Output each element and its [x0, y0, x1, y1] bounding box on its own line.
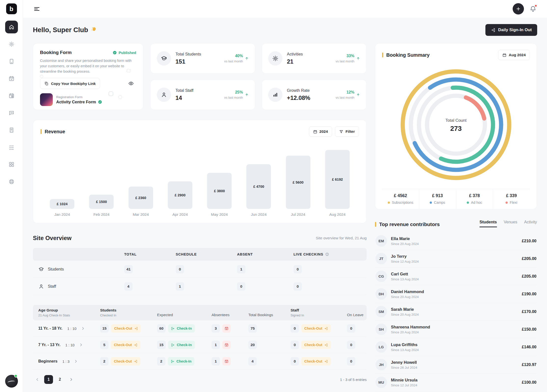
avatar: MU: [375, 377, 387, 388]
check-out-button[interactable]: Check-Out: [111, 324, 141, 333]
top-revenue-contributors-section: Top revenue contributors Students Venues…: [375, 220, 537, 391]
registration-form-row[interactable]: Registration Form Activity Centre Form: [40, 93, 136, 106]
logout-arrow-icon: [324, 327, 328, 330]
stat-delta-note: vs last month: [224, 96, 243, 99]
page-header: Hello, Super Club Daily Sign-In Out: [33, 24, 537, 36]
period-select-button[interactable]: Aug 2024: [498, 50, 530, 60]
check-out-button[interactable]: Check-Out: [111, 341, 140, 349]
age-group-label: 7 Yr. - 13 Yr.: [38, 343, 60, 347]
list-item[interactable]: EM Ella MarieSince 20 Aug 2024 £210.00: [375, 232, 537, 250]
sidebar-item-settings[interactable]: [5, 38, 18, 51]
pagination: 1 2 1 - 3 of 5 entries: [33, 375, 367, 384]
avatar-initials: CG: [378, 274, 384, 278]
column-header-total: TOTAL: [124, 252, 176, 256]
sidebar-item-schedule[interactable]: [5, 89, 18, 102]
check-in-label: Check-In: [176, 359, 191, 363]
row-label: Staff: [48, 284, 56, 289]
bar-month-label: Jan 2024: [54, 212, 70, 218]
login-arrow-icon: [171, 327, 175, 330]
value-chip: 15: [100, 324, 109, 333]
info-icon[interactable]: [325, 252, 329, 256]
user-avatar[interactable]: [5, 375, 18, 388]
pagination-page-2[interactable]: 2: [55, 375, 64, 384]
pagination-prev-button[interactable]: [33, 375, 42, 384]
top-cards-row: Booking Form Published Customise and sha…: [33, 43, 367, 110]
column-header-absent: ABSENT: [237, 252, 294, 256]
absent-calendar-button[interactable]: [222, 324, 231, 333]
published-badge: Published: [113, 51, 136, 55]
check-out-button[interactable]: Check-Out: [301, 324, 331, 333]
filter-button[interactable]: Filter: [335, 126, 359, 137]
sidebar-item-invoices[interactable]: [5, 124, 18, 136]
sidebar-item-apps[interactable]: [5, 158, 18, 171]
sidebar-item-bookings[interactable]: [5, 72, 18, 85]
year-select-button[interactable]: 2024: [309, 126, 332, 137]
legend-dot: [467, 202, 469, 204]
contributor-amount: £120.97: [522, 362, 536, 367]
revenue-bar[interactable]: £ 6192: [325, 150, 350, 209]
absent-calendar-button[interactable]: [222, 357, 231, 365]
tab-activity[interactable]: Activity: [524, 220, 537, 227]
add-button[interactable]: [513, 3, 524, 14]
check-in-button[interactable]: Check-In: [168, 341, 195, 349]
avatar-initials: MU: [378, 380, 384, 384]
app-logo[interactable]: b: [6, 3, 17, 14]
sidebar-item-support[interactable]: [5, 175, 18, 188]
legend-dot: [388, 202, 390, 204]
contributor-since: Since 20 Aug 2024: [391, 330, 522, 334]
copy-link-button[interactable]: Copy Your Bookiphy Link: [40, 78, 100, 89]
chevron-right-icon[interactable]: [79, 343, 83, 347]
revenue-bar[interactable]: £ 2360: [129, 187, 153, 209]
revenue-bar[interactable]: £ 5600: [286, 156, 310, 209]
daily-signin-out-button[interactable]: Daily Sign-In Out: [485, 24, 537, 36]
sidebar-item-messages[interactable]: [5, 107, 18, 119]
column-header-live-checkins: LIVE CHECKINS: [294, 252, 323, 256]
app-logo-letter: b: [10, 5, 13, 13]
avatar: SM: [375, 306, 387, 317]
column-header-on-leave: On Leave: [347, 313, 367, 317]
decorative-circle: [118, 95, 122, 99]
bar-value-label: £ 3800: [214, 189, 225, 193]
list-item[interactable]: JH Jenny HowellSince 26 Jul 2024 £120.97: [375, 356, 537, 374]
check-out-label: Check-Out: [114, 359, 132, 363]
list-item[interactable]: JT Jo TerrySince 12 Aug 2024 £205.00: [375, 250, 537, 268]
revenue-bar[interactable]: £ 3800: [207, 173, 232, 209]
revenue-bar[interactable]: £ 1500: [89, 195, 114, 209]
sidebar-item-tasks[interactable]: [5, 141, 18, 154]
list-item[interactable]: SH Shareena HammondSince 20 Aug 2024 £15…: [375, 321, 537, 338]
preview-button[interactable]: [126, 78, 136, 89]
check-out-button[interactable]: Check-Out: [301, 341, 331, 349]
site-overview-section: Site Overview Site overview for Wed, 21 …: [33, 235, 367, 384]
stat-delta-note: vs last month: [335, 59, 354, 63]
sidebar-item-home[interactable]: [5, 21, 18, 33]
avatar-initials: JT: [379, 257, 384, 261]
check-out-button[interactable]: Check-Out: [111, 357, 140, 365]
list-item[interactable]: SM Sarah MarieSince 20 Aug 2024 £170.00: [375, 303, 537, 321]
check-in-button[interactable]: Check-In: [168, 357, 194, 365]
value-chip: 2: [157, 357, 165, 365]
pagination-page-1[interactable]: 1: [44, 375, 53, 384]
contributors-tabs: Students Venues Activity: [480, 220, 537, 227]
list-item[interactable]: MU Minnie UrsulaSince 12 Jul 2024 £100.0…: [375, 374, 537, 391]
chevron-right-icon[interactable]: [81, 326, 85, 330]
revenue-bar[interactable]: £ 1024: [50, 199, 74, 209]
absent-calendar-button[interactable]: [222, 341, 231, 349]
check-in-button[interactable]: Check-In: [168, 324, 195, 333]
sidebar-item-forms[interactable]: [5, 55, 18, 68]
list-item[interactable]: LG Lupa GriffithsSince 13 Aug 2024 £146.…: [375, 338, 537, 356]
revenue-bar[interactable]: £ 4700: [246, 164, 271, 209]
check-out-button[interactable]: Check-Out: [301, 357, 331, 365]
list-item[interactable]: DH Daniel HammondSince 20 Aug 2024 £190.…: [375, 285, 537, 303]
revenue-bar[interactable]: £ 2900: [168, 181, 192, 209]
chevron-right-icon[interactable]: [74, 359, 78, 363]
tab-venues[interactable]: Venues: [504, 220, 517, 227]
notifications-button[interactable]: [529, 5, 537, 13]
tab-students[interactable]: Students: [480, 220, 497, 227]
pagination-next-button[interactable]: [67, 375, 76, 384]
menu-button[interactable]: [33, 5, 40, 12]
list-item[interactable]: CG Carl GettSince 13 Aug 2024 £205.00: [375, 268, 537, 285]
tasks-icon: [9, 144, 14, 150]
legend-label: Camps: [434, 201, 445, 204]
contributor-amount: £205.00: [522, 274, 536, 279]
bar-value-label: £ 1024: [57, 202, 67, 206]
